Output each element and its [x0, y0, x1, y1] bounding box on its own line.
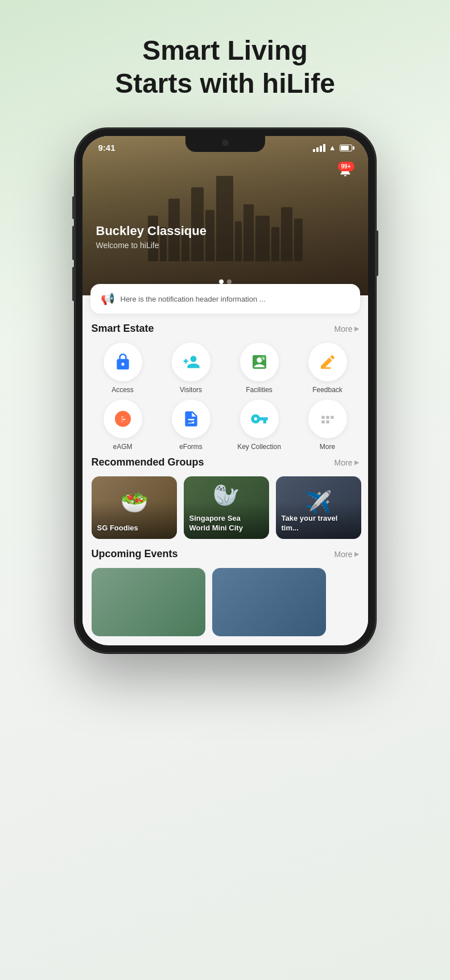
key-collection-icon-circle	[240, 400, 279, 438]
smart-estate-icon-grid-row1: Access Visitors	[92, 343, 359, 394]
event-card-2[interactable]	[212, 568, 326, 636]
visitors-icon-item[interactable]: Visitors	[160, 343, 222, 394]
facilities-icon-circle	[240, 343, 279, 381]
page-headline: Smart Living Starts with hiLife	[115, 34, 335, 100]
eagm-icon-item[interactable]: eAGM	[92, 400, 154, 451]
recommended-groups-section-header: Recommended Groups More ▶	[82, 456, 368, 468]
eagm-label: eAGM	[113, 443, 132, 451]
dot-2	[227, 279, 232, 284]
volume-down-button	[72, 226, 75, 260]
phone-screen: 9:41 ▲ Buckley Classique Welcome	[82, 136, 368, 645]
eforms-icon-circle	[172, 400, 210, 438]
visitors-label: Visitors	[180, 386, 202, 394]
phone-frame: 9:41 ▲ Buckley Classique Welcome	[75, 128, 376, 653]
chevron-right-icon: ▶	[354, 325, 359, 332]
eforms-label: eForms	[179, 443, 203, 451]
feedback-icon-item[interactable]: Feedback	[296, 343, 359, 394]
upcoming-events-section: Upcoming Events More ▶	[82, 548, 368, 636]
carousel-dots	[219, 279, 232, 284]
dot-1	[219, 279, 224, 284]
sea-world-label: Singapore Sea World Mini City	[189, 514, 263, 533]
upcoming-events-more-button[interactable]: More ▶	[335, 550, 359, 559]
battery-icon	[340, 145, 352, 151]
smart-estate-icon-grid-row2: eAGM eForms	[92, 400, 359, 451]
chevron-right-icon: ▶	[354, 550, 359, 558]
eforms-icon-item[interactable]: eForms	[160, 400, 222, 451]
upcoming-events-title: Upcoming Events	[92, 548, 178, 560]
recommended-groups-header: Recommended Groups More ▶	[92, 456, 359, 468]
status-bar: 9:41 ▲	[82, 136, 368, 153]
eagm-icon-circle	[104, 400, 142, 438]
hero-subtitle: Welcome to hiLife	[96, 241, 207, 250]
notification-count-badge: 99+	[338, 162, 354, 171]
headline-line1: Smart Living Starts with hiLife	[115, 34, 335, 100]
signal-icon	[313, 144, 325, 152]
status-time: 9:41	[98, 143, 115, 153]
group-card-sg-foodies[interactable]: SG Foodies	[92, 476, 177, 539]
volume-up-button	[72, 196, 75, 219]
smart-estate-header: Smart Estate More ▶	[92, 323, 359, 335]
recommended-groups-title: Recommended Groups	[92, 456, 204, 468]
feedback-label: Feedback	[312, 386, 342, 394]
events-row	[92, 568, 359, 636]
access-icon-item[interactable]: Access	[92, 343, 154, 394]
more-label: More	[320, 443, 335, 451]
feedback-icon-circle	[308, 343, 347, 381]
power-button	[376, 230, 378, 276]
group-card-sea-world[interactable]: Singapore Sea World Mini City	[184, 476, 269, 539]
screen-content: Smart Estate More ▶	[82, 314, 368, 636]
upcoming-events-header: Upcoming Events More ▶	[92, 548, 359, 560]
recommended-groups-scroll: SG Foodies Singapore Sea World Mini City…	[82, 476, 368, 539]
smart-estate-more-button[interactable]: More ▶	[335, 324, 359, 333]
facilities-icon-item[interactable]: Facilities	[228, 343, 291, 394]
smart-estate-title: Smart Estate	[92, 323, 154, 335]
more-icon-item[interactable]: More	[296, 400, 359, 451]
travel-label: Take your travel tim...	[282, 514, 356, 533]
group-card-travel[interactable]: Take your travel tim...	[276, 476, 361, 539]
notification-text: Here is the notification header informat…	[121, 295, 266, 303]
chevron-right-icon: ▶	[354, 459, 359, 466]
facilities-label: Facilities	[246, 386, 273, 394]
sg-foodies-label: SG Foodies	[97, 524, 171, 533]
silent-button	[72, 267, 75, 301]
notification-bar[interactable]: 📢 Here is the notification header inform…	[90, 284, 360, 314]
access-icon-circle	[104, 343, 142, 381]
access-label: Access	[112, 386, 134, 394]
event-card-1[interactable]	[92, 568, 205, 636]
megaphone-icon: 📢	[101, 292, 115, 306]
smart-estate-section: Smart Estate More ▶	[82, 323, 368, 451]
more-icon-circle	[308, 400, 347, 438]
recommended-groups-more-button[interactable]: More ▶	[335, 458, 359, 467]
status-icons: ▲	[313, 143, 352, 152]
key-collection-icon-item[interactable]: Key Collection	[228, 400, 291, 451]
key-collection-label: Key Collection	[237, 443, 281, 451]
visitors-icon-circle	[172, 343, 210, 381]
hero-section: 9:41 ▲ Buckley Classique Welcome	[82, 136, 368, 295]
wifi-icon: ▲	[329, 143, 336, 152]
hero-title: Buckley Classique	[96, 224, 207, 238]
hero-text: Buckley Classique Welcome to hiLife	[96, 224, 207, 250]
